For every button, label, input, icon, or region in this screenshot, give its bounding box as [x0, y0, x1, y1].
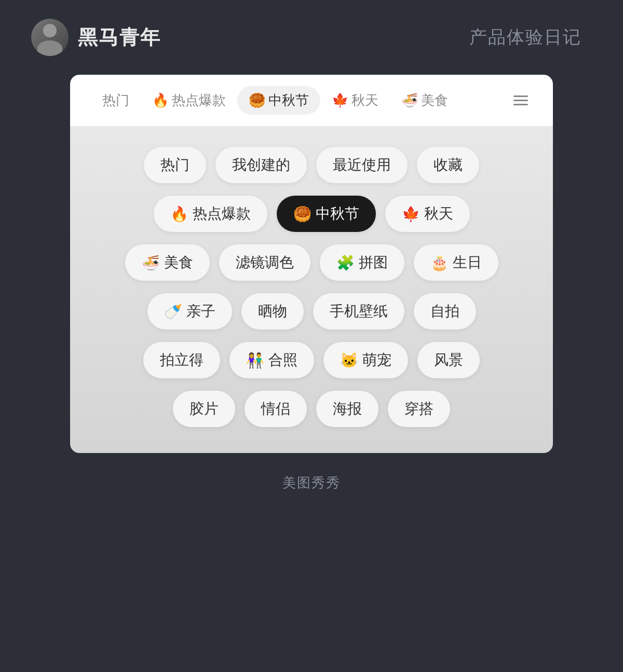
- tag-showoff[interactable]: 晒物: [241, 293, 304, 330]
- tag-label-autumn: 秋天: [424, 204, 453, 224]
- tag-label-outfit: 穿搭: [404, 399, 434, 419]
- tag-label-hot: 热门: [160, 155, 189, 175]
- tag-hot[interactable]: 热门: [144, 147, 206, 183]
- tag-label-film: 胶片: [189, 399, 219, 419]
- tag-label-polaroid: 拍立得: [160, 350, 204, 370]
- tag-polaroid[interactable]: 拍立得: [143, 342, 220, 378]
- tag-puzzle[interactable]: 🧩 拼图: [320, 244, 404, 281]
- tag-outfit[interactable]: 穿搭: [388, 391, 450, 427]
- tag-birthday[interactable]: 🎂 生日: [414, 244, 498, 281]
- tag-emoji-birthday: 🎂: [430, 254, 449, 271]
- tag-emoji-puzzle: 🧩: [336, 254, 355, 271]
- tag-groupphoto[interactable]: 👫 合照: [229, 342, 314, 378]
- menu-line-3: [513, 104, 528, 105]
- tag-recent[interactable]: 最近使用: [316, 147, 408, 183]
- tag-label-groupphoto: 合照: [268, 350, 297, 370]
- tag-couple[interactable]: 情侣: [245, 391, 307, 427]
- tag-created[interactable]: 我创建的: [215, 147, 307, 183]
- tag-emoji-groupphoto: 👫: [246, 352, 264, 369]
- nav-item-trending[interactable]: 🔥 热点爆款: [141, 86, 237, 115]
- tag-label-puzzle: 拼图: [359, 253, 388, 272]
- header: 黑马青年 产品体验日记: [0, 0, 623, 75]
- nav-item-midautumn[interactable]: 🥮 中秋节: [237, 86, 320, 115]
- tag-midautumn[interactable]: 🥮 中秋节: [277, 196, 376, 232]
- nav-label-autumn: 秋天: [351, 91, 378, 109]
- top-nav: 热门 🔥 热点爆款 🥮 中秋节 🍁 秋天 🍜 美食: [70, 75, 553, 126]
- tag-label-parenting: 亲子: [186, 301, 215, 321]
- tag-emoji-pet: 🐱: [340, 352, 358, 369]
- header-left: 黑马青年: [31, 19, 161, 56]
- tag-label-wallpaper: 手机壁纸: [330, 301, 388, 321]
- footer: 美图秀秀: [282, 474, 341, 492]
- tag-label-created: 我创建的: [232, 155, 290, 175]
- tag-label-couple: 情侣: [261, 399, 290, 419]
- tag-parenting[interactable]: 🍼 亲子: [147, 293, 232, 330]
- tag-label-food: 美食: [164, 253, 193, 272]
- tag-label-pet: 萌宠: [362, 350, 391, 370]
- tag-label-midautumn: 中秋节: [316, 204, 359, 224]
- nav-label-midautumn: 中秋节: [268, 91, 309, 109]
- tag-emoji-midautumn: 🥮: [293, 205, 312, 223]
- footer-label: 美图秀秀: [282, 475, 341, 490]
- tag-poster[interactable]: 海报: [316, 391, 378, 427]
- nav-label-hot: 热门: [102, 91, 129, 109]
- tag-pet[interactable]: 🐱 萌宠: [323, 342, 408, 378]
- nav-emoji-midautumn: 🥮: [249, 92, 265, 108]
- tag-trending[interactable]: 🔥 热点爆款: [154, 196, 267, 232]
- tag-emoji-parenting: 🍼: [164, 303, 182, 320]
- menu-line-2: [513, 100, 528, 101]
- tags-row-4: 🍼 亲子 晒物 手机壁纸 自拍: [96, 293, 527, 330]
- tag-autumn[interactable]: 🍁 秋天: [385, 196, 470, 232]
- nav-item-food[interactable]: 🍜 美食: [390, 86, 459, 115]
- nav-label-trending: 热点爆款: [172, 91, 226, 109]
- subtitle: 产品体验日记: [469, 25, 581, 49]
- tag-label-filter: 滤镜调色: [236, 253, 294, 272]
- tag-favorites[interactable]: 收藏: [417, 147, 479, 183]
- tag-film[interactable]: 胶片: [173, 391, 235, 427]
- nav-emoji-autumn: 🍁: [332, 92, 348, 108]
- tag-label-scenery: 风景: [434, 350, 463, 370]
- tag-label-poster: 海报: [333, 399, 362, 419]
- tag-emoji-food: 🍜: [142, 254, 160, 271]
- tag-label-birthday: 生日: [453, 253, 482, 272]
- nav-emoji-trending: 🔥: [152, 92, 169, 108]
- user-name: 黑马青年: [78, 24, 161, 51]
- nav-item-hot[interactable]: 热门: [91, 86, 141, 115]
- tag-emoji-trending: 🔥: [170, 205, 188, 223]
- tags-row-1: 热门 我创建的 最近使用 收藏: [96, 147, 527, 183]
- tag-label-favorites: 收藏: [434, 155, 463, 175]
- tags-row-3: 🍜 美食 滤镜调色 🧩 拼图 🎂 生日: [96, 244, 527, 281]
- tag-label-recent: 最近使用: [333, 155, 391, 175]
- nav-menu-button[interactable]: [509, 91, 532, 109]
- tag-label-trending: 热点爆款: [193, 204, 251, 224]
- nav-label-food: 美食: [421, 91, 448, 109]
- avatar: [31, 19, 69, 56]
- tag-label-showoff: 晒物: [258, 301, 287, 321]
- tag-emoji-autumn: 🍁: [402, 205, 420, 223]
- nav-item-autumn[interactable]: 🍁 秋天: [320, 86, 390, 115]
- nav-emoji-food: 🍜: [401, 92, 418, 108]
- tag-filter[interactable]: 滤镜调色: [219, 244, 310, 281]
- tag-label-selfie: 自拍: [430, 301, 459, 321]
- menu-line-1: [513, 95, 528, 97]
- tags-row-5: 拍立得 👫 合照 🐱 萌宠 风景: [96, 342, 527, 378]
- tag-food[interactable]: 🍜 美食: [125, 244, 210, 281]
- tag-wallpaper[interactable]: 手机壁纸: [313, 293, 404, 330]
- main-panel: 热门 我创建的 最近使用 收藏 🔥 热点爆款 🥮 中秋节 🍁 秋天 🍜 美食: [70, 126, 553, 453]
- tag-selfie[interactable]: 自拍: [414, 293, 476, 330]
- tags-row-6: 胶片 情侣 海报 穿搭: [96, 391, 527, 427]
- tags-row-2: 🔥 热点爆款 🥮 中秋节 🍁 秋天: [96, 196, 527, 232]
- tag-scenery[interactable]: 风景: [417, 342, 480, 378]
